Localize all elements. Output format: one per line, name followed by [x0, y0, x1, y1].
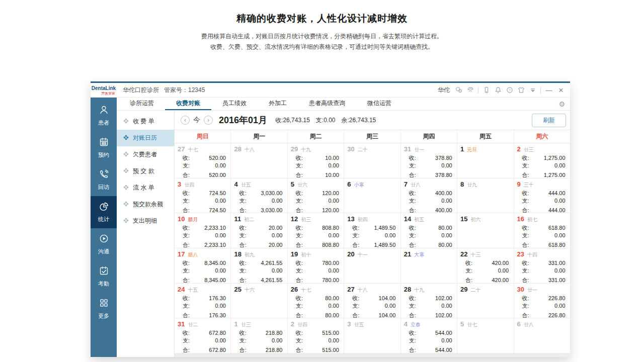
day-number: 21 — [404, 250, 411, 258]
calendar-day-cell[interactable]: 27十七收:520.00支:0.00合:520.00 — [175, 143, 231, 178]
submenu-item-2[interactable]: 对账日历 — [117, 130, 174, 146]
calendar-day-cell[interactable]: 31廿二收:672.80支:0.00合:672.80 — [175, 318, 231, 353]
submenu-item-1[interactable]: 收 费 单 — [117, 113, 174, 130]
calendar-day-cell[interactable]: 16初七收:618.80支:0.00合:618.80 — [514, 213, 570, 248]
total-row: 合:226.80 — [522, 312, 566, 318]
tab-6[interactable]: 微信运营 — [356, 98, 403, 110]
income-value: 544.00 — [435, 329, 452, 337]
calendar-day-cell[interactable]: 1元旦 — [457, 143, 514, 178]
day-number: 28 — [404, 286, 411, 293]
day-amounts: 收:618.80支:0.00合:618.80 — [522, 224, 566, 248]
submenu-item-7[interactable]: 支出明细 — [117, 213, 174, 229]
expense-label: 支: — [409, 232, 416, 239]
settings-gear-icon[interactable]: ⚙ — [558, 98, 570, 110]
total-row: 合:3,030.00 — [239, 207, 282, 213]
calendar-day-cell[interactable]: 28十八 — [231, 143, 287, 178]
tab-1[interactable]: 诊所运营 — [119, 98, 165, 110]
calendar-day-cell[interactable]: 31廿一收:378.80支:0.00合:378.80 — [401, 143, 457, 178]
sidebar-item-grid[interactable]: 更多 — [91, 293, 117, 325]
calendar-day-cell[interactable]: 17腊八收:8,345.00支:0.00合:8,345.00 — [175, 248, 231, 283]
calendar-day-cell[interactable]: 22十三收:420.00支:0.00合:420.00 — [457, 248, 514, 283]
next-month-button[interactable]: › — [204, 116, 213, 125]
mobile-icon[interactable] — [482, 86, 490, 94]
calendar-day-cell[interactable]: 15初六 — [457, 213, 514, 248]
calendar-day-cell[interactable]: 26十七收:80.00支:0.00合:80.00 — [288, 284, 344, 318]
total-label: 合: — [409, 312, 416, 318]
income-row: 收:10.00 — [296, 154, 339, 162]
dropdown-icon[interactable] — [529, 86, 536, 94]
day-amounts: 收:400.00支:0.00合:400.00 — [409, 190, 452, 213]
account-number: 管家号：12345 — [164, 86, 205, 95]
refresh-button[interactable]: 刷新 — [532, 114, 566, 127]
weekday-header-4: 周三 — [344, 130, 400, 143]
income-row: 收:80.00 — [409, 224, 452, 232]
calendar-day-cell[interactable]: 4立春收:544.00支:0.00合:544.00 — [401, 318, 457, 353]
bell-icon[interactable] — [494, 86, 502, 94]
calendar-day-cell[interactable]: 7廿八收:400.00支:0.00合:400.00 — [401, 178, 457, 213]
sidebar-item-phone[interactable]: 回访 — [91, 164, 117, 196]
wechat-icon[interactable] — [455, 86, 462, 94]
calendar-day-cell[interactable]: 12初三收:808.80支:0.00合:808.80 — [288, 213, 344, 248]
calendar-day-cell[interactable]: 5廿六收:120.00支:0.00合:120.00 — [288, 178, 344, 213]
expense-row: 支:0.00 — [183, 232, 226, 239]
today-button[interactable]: 今 — [193, 116, 200, 125]
calendar-day-cell[interactable]: 11初二收:20.00支:0.00合:20.00 — [231, 213, 287, 248]
help-icon[interactable]: ? — [506, 86, 513, 94]
submenu-item-3[interactable]: 欠费患者 — [117, 146, 174, 163]
submenu-item-label: 流 水 单 — [133, 184, 154, 192]
calendar-day-cell[interactable]: 30二十 — [344, 143, 400, 178]
total-row: 合:400.00 — [409, 207, 452, 213]
calendar-day-cell[interactable]: 30廿一收:226.80支:0.00合:226.80 — [514, 284, 570, 318]
calendar-day-cell[interactable]: 5廿七 — [457, 318, 514, 353]
total-label: 合: — [183, 241, 190, 248]
submenu-item-6[interactable]: 预交款余额 — [117, 196, 174, 213]
calendar-day-cell[interactable]: 14初五收:80.00支:0.00合:80.00 — [401, 213, 457, 248]
sidebar-item-pie[interactable]: 统计 — [91, 196, 117, 228]
calendar-day-cell[interactable]: 2廿四收:515.00支:0.00合:515.00 — [288, 318, 344, 353]
calendar-day-cell[interactable]: 29十九收:10.00支:0.00合:10.00 — [288, 143, 344, 178]
calendar-day-cell[interactable]: 19初十收:780.00支:0.00合:780.00 — [288, 248, 344, 283]
day-amounts: 收:8,345.00支:0.00合:8,345.00 — [183, 259, 226, 283]
calendar-day-cell[interactable]: 9三十收:444.00支:0.00合:444.00 — [514, 178, 570, 213]
theme-shirt-icon[interactable] — [517, 86, 525, 94]
calendar-day-cell[interactable]: 6小寒 — [344, 178, 400, 213]
sidebar-item-calendar[interactable]: 预约 — [91, 132, 117, 164]
calendar-day-cell[interactable]: 23十四收:331.00支:0.00合:331.00 — [514, 248, 570, 283]
sidebar-item-person[interactable]: 患者 — [91, 100, 117, 132]
expense-value: 0.00 — [554, 267, 565, 275]
tab-4[interactable]: 外加工 — [258, 98, 298, 110]
submenu-item-4[interactable]: 预 交 款 — [117, 163, 174, 179]
tab-2[interactable]: 收费对账 — [165, 98, 211, 110]
calendar-day-cell[interactable]: 6廿八 — [514, 318, 570, 353]
calendar-day-cell[interactable]: 1廿三收:218.80支:0.00合:218.80 — [231, 318, 287, 353]
service-phone-icon[interactable] — [466, 86, 474, 94]
calendar-day-cell[interactable]: 28十九收:102.00支:0.00合:102.00 — [401, 284, 457, 318]
calendar-day-cell[interactable]: 3廿四收:724.50支:0.00合:724.50 — [175, 178, 231, 213]
calendar-day-cell[interactable]: 13初四收:1,489.50支:0.00合:1,489.50 — [344, 213, 400, 248]
calendar-day-cell[interactable]: 25十六 — [231, 284, 287, 318]
close-button[interactable]: ✕ — [557, 86, 565, 94]
tab-5[interactable]: 患者高级查询 — [298, 98, 356, 110]
income-label: 收: — [239, 190, 246, 197]
calendar-day-cell[interactable]: 2廿三收:1,275.00支:0.00合:1,275.00 — [514, 143, 570, 178]
calendar-day-cell[interactable]: 24十五收:176.30支:0.00合:176.30 — [175, 284, 231, 318]
sidebar-item-check-calendar[interactable]: 考勤 — [91, 260, 117, 293]
calendar-day-cell[interactable]: 4廿五收:3,030.00支:0.00合:3,030.00 — [231, 178, 287, 213]
calendar-day-cell[interactable]: 20十一 — [344, 248, 400, 283]
tab-3[interactable]: 员工绩效 — [211, 98, 258, 110]
submenu-item-5[interactable]: 流 水 单 — [117, 179, 174, 196]
expense-label: 支: — [183, 337, 190, 344]
minimize-button[interactable]: — — [545, 86, 553, 94]
sidebar-item-play[interactable]: 沟通 — [91, 228, 117, 260]
calendar-day-cell[interactable]: 8廿九 — [457, 178, 514, 213]
calendar-day-cell[interactable]: 21大寒 — [401, 248, 457, 283]
income-row: 收:1,489.50 — [352, 224, 395, 232]
prev-month-button[interactable]: ‹ — [181, 116, 190, 125]
calendar-day-cell[interactable]: 10腊月收:2,233.10支:0.00合:2,233.10 — [175, 213, 231, 248]
calendar-day-cell[interactable]: 18初九收:4,261.55支:0.00合:4,261.55 — [231, 248, 287, 283]
calendar-day-cell[interactable]: 29二十 — [457, 284, 514, 318]
day-amounts: 收:80.00支:0.00合:80.00 — [296, 295, 339, 318]
income-label: 收: — [239, 329, 246, 337]
calendar-day-cell[interactable]: 3廿五 — [344, 318, 400, 353]
calendar-day-cell[interactable]: 27十八收:104.00支:0.00合:104.00 — [344, 284, 400, 318]
